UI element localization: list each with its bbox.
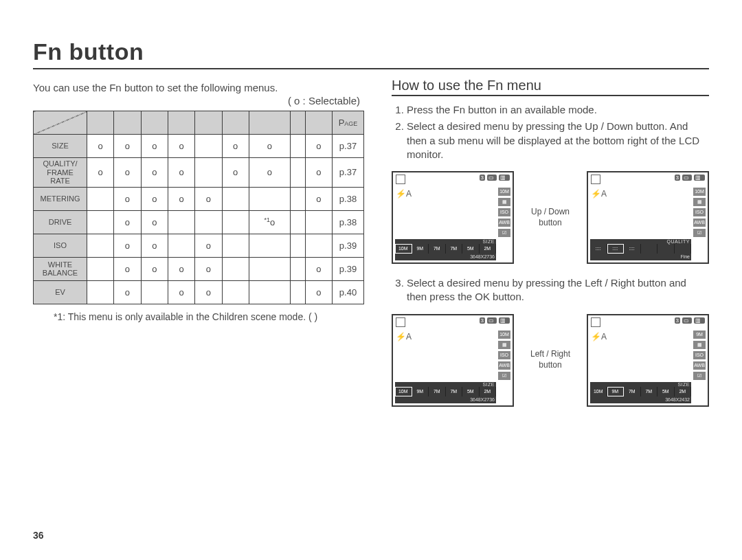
step-1: Press the Fn button in an available mode… bbox=[407, 103, 709, 117]
fn-menu-table: Page SIZEooooooop.37 QUALITY/FRAME RATEo… bbox=[33, 111, 364, 304]
mode-col bbox=[249, 111, 290, 135]
mode-col bbox=[141, 111, 168, 135]
page-title: Fn button bbox=[33, 38, 709, 65]
row-size: SIZE bbox=[34, 135, 87, 158]
step-2: Select a desired menu by pressing the Up… bbox=[407, 120, 709, 161]
lcd-screenshot-size: 3▭▥ ⚡A 10M ▦ ISO AWB ☑ SIZE 10M9M7M7M5M2… bbox=[392, 171, 514, 264]
footnote: *1: This menu is only available in the C… bbox=[33, 311, 364, 322]
row-drive: DRIVE bbox=[34, 210, 87, 234]
mode-col bbox=[290, 111, 305, 135]
mode-col bbox=[87, 111, 114, 135]
updown-label: Up / Down button bbox=[525, 207, 576, 228]
row-quality: QUALITY/FRAME RATE bbox=[34, 158, 87, 188]
row-ev: EV bbox=[34, 280, 87, 304]
mode-col bbox=[114, 111, 141, 135]
mode-col bbox=[168, 111, 194, 135]
leftright-label: Left / Right button bbox=[525, 349, 576, 370]
page-number: 36 bbox=[33, 530, 44, 541]
step-3: Select a desired menu by pressing the Le… bbox=[407, 276, 709, 304]
row-metering: METERING bbox=[34, 187, 87, 210]
drive-children-cell: *1*1oo bbox=[249, 210, 290, 234]
row-wb: WHITEBALANCE bbox=[34, 257, 87, 280]
lcd-screenshot-quality: 3▭▥ ⚡A 10M ▦ ISO AWB ☑ QUALITY :::::::::… bbox=[587, 171, 709, 264]
table-corner bbox=[34, 111, 87, 135]
mode-col bbox=[222, 111, 249, 135]
mode-col bbox=[195, 111, 222, 135]
mode-col bbox=[305, 111, 332, 135]
page-header: Page bbox=[333, 111, 364, 135]
lcd-screenshot-size3: 3▭▥ ⚡A 9M ▦ ISO AWB ☑ SIZE 10M9M7M7M5M2M bbox=[587, 314, 709, 407]
lcd-screenshot-size2: 3▭▥ ⚡A 10M ▦ ISO AWB ☑ SIZE 10M9M7M7M5M2… bbox=[392, 314, 514, 407]
intro-text: You can use the Fn button to set the fol… bbox=[33, 82, 364, 93]
legend-text: ( o : Selectable) bbox=[33, 95, 360, 107]
howto-heading: How to use the Fn menu bbox=[392, 78, 709, 96]
row-iso: ISO bbox=[34, 234, 87, 257]
